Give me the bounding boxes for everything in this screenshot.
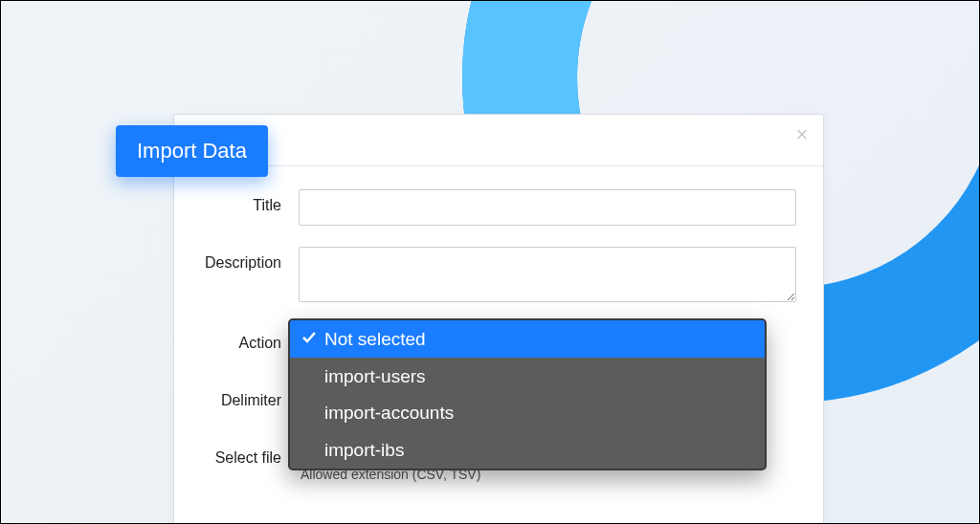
modal-header: × (174, 115, 823, 166)
check-icon (301, 330, 317, 345)
option-label: import-ibs (324, 440, 404, 460)
action-option-import-users[interactable]: import-users (290, 358, 765, 395)
close-icon: × (796, 122, 809, 146)
label-description: Description (174, 247, 299, 272)
label-title: Title (174, 189, 299, 214)
modal-title-badge: Import Data (116, 125, 268, 177)
row-description: Description (174, 247, 796, 306)
action-option-not-selected[interactable]: Not selected (290, 320, 765, 358)
title-input[interactable] (299, 189, 796, 226)
label-action: Action (174, 327, 299, 352)
description-input[interactable] (299, 247, 796, 302)
option-label: import-accounts (324, 403, 454, 423)
option-label: import-users (324, 366, 426, 386)
action-dropdown-list[interactable]: Not selected import-users import-account… (288, 318, 767, 470)
label-delimiter: Delimiter (174, 384, 299, 409)
row-title: Title (174, 189, 796, 226)
close-button[interactable]: × (792, 126, 812, 145)
option-label: Not selected (324, 329, 426, 349)
action-option-import-ibs[interactable]: import-ibs (290, 431, 765, 469)
action-option-import-accounts[interactable]: import-accounts (290, 394, 765, 431)
label-select-file: Select file (174, 442, 299, 467)
